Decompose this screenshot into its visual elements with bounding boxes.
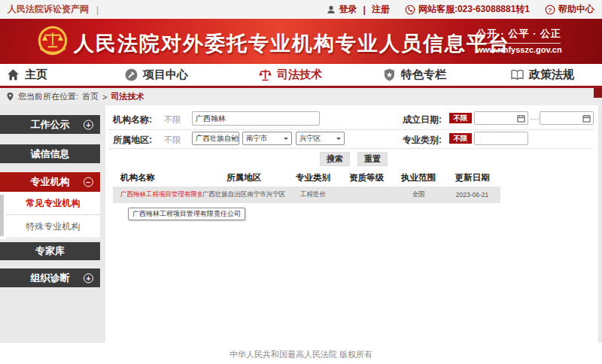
org-name-label: 机构名称:	[113, 114, 152, 126]
main-panel: 机构名称: 不限 成立日期: 不限 --- 所属地区: 不限 广西壮族自治 南宁…	[105, 105, 598, 343]
sidebar-item-professional-orgs[interactable]: 专业机构 −	[0, 172, 100, 192]
cell-updated: 2023-06-21	[444, 191, 500, 199]
nav-label: 政策法规	[529, 68, 574, 82]
reset-button[interactable]: 重置	[357, 152, 388, 166]
col-header-scope: 执业范围	[393, 172, 444, 184]
founded-date-label: 成立日期:	[403, 114, 442, 126]
topbar-divider: |	[96, 5, 99, 15]
search-button[interactable]: 搜索	[320, 152, 350, 166]
district-value: 兴宁区	[299, 134, 321, 142]
site-url: www.rmfysszc.gov.cn	[476, 45, 561, 54]
sidebar-item-integrity-info[interactable]: 诚信信息	[0, 144, 100, 163]
user-icon	[326, 5, 336, 15]
breadcrumb-home[interactable]: 首页	[82, 91, 99, 102]
col-header-org-name: 机构名称	[113, 172, 202, 184]
scales-icon	[258, 68, 272, 82]
topbar-right: 登录 | 注册 网站客服:023-63088881转1 ? 帮助中心	[326, 3, 594, 16]
cell-region: 广西壮族自治区南宁市兴宁区	[202, 190, 286, 199]
sidebar-item-org-diagnosis[interactable]: 组织诊断 +	[0, 268, 100, 287]
sidebar-item-label: 专业机构	[31, 172, 70, 192]
nav-item-project-center[interactable]: 项目中心	[124, 64, 188, 86]
sidebar-item-label: 诚信信息	[31, 144, 70, 163]
nav-item-policies[interactable]: 政策法规	[510, 64, 574, 86]
nav-label: 主页	[25, 68, 47, 82]
submenu-item-common-orgs[interactable]: 常见专业机构	[6, 192, 100, 215]
book-icon	[510, 68, 524, 82]
form-separator	[109, 129, 592, 130]
founded-to-input[interactable]	[540, 111, 594, 125]
district-select[interactable]: 兴宁区	[296, 132, 345, 145]
region-unlimited[interactable]: 不限	[164, 135, 181, 146]
service-hotline: 网站客服:023-63088881转1	[418, 3, 530, 16]
court-emblem-logo	[33, 22, 72, 61]
page: 人民法院诉讼资产网 | 登录 | 注册 网站客服:023-63088881转1 …	[0, 0, 602, 364]
breadcrumb-prefix: 您当前所在位置:	[18, 91, 78, 102]
col-header-updated: 更新日期	[444, 172, 500, 184]
date-range-separator: ---	[531, 115, 540, 123]
sidebar-item-label: 工作公示	[31, 115, 70, 134]
founded-unlimited-button[interactable]: 不限	[449, 113, 472, 123]
footer-copyright: 中华人民共和国最高人民法院 版权所有	[0, 343, 602, 364]
org-name-input[interactable]	[192, 111, 320, 126]
location-pin-icon	[6, 92, 14, 102]
sidebar-item-work-publicity[interactable]: 工作公示 +	[0, 115, 100, 134]
site-name[interactable]: 人民法院诉讼资产网	[8, 3, 89, 16]
help-icon: ?	[545, 5, 555, 15]
col-header-region: 所属地区	[202, 172, 286, 184]
col-header-level: 资质等级	[340, 172, 393, 184]
calendar-icon[interactable]	[582, 114, 591, 123]
cell-category: 工程造价	[286, 190, 340, 199]
help-group: ? 帮助中心	[545, 3, 594, 16]
calendar-icon[interactable]	[517, 114, 525, 123]
category-label: 专业类别:	[403, 134, 442, 147]
province-select[interactable]: 广西壮族自治	[192, 132, 239, 145]
nav-label: 司法技术	[277, 68, 322, 82]
city-value: 南宁市	[246, 134, 268, 142]
breadcrumb-current: 司法技术	[111, 91, 144, 102]
nav-item-featured[interactable]: 特色专栏	[382, 64, 446, 86]
region-label: 所属地区:	[113, 134, 152, 147]
register-link[interactable]: 注册	[372, 3, 390, 16]
nav-label: 项目中心	[143, 68, 188, 82]
founded-from-input[interactable]	[474, 111, 528, 125]
org-name-tooltip: 广西翰林工程项目管理有限责任公司	[128, 208, 245, 220]
home-icon	[6, 68, 20, 82]
plus-circle-icon[interactable]: +	[84, 120, 93, 129]
org-name-link[interactable]: 广西翰林工程项目管理有限责任...	[113, 190, 202, 199]
nav-item-home[interactable]: 主页	[6, 64, 47, 86]
submenu-item-special-orgs[interactable]: 特殊专业机构	[6, 215, 100, 238]
city-select[interactable]: 南宁市	[242, 132, 292, 145]
table-row: 广西翰林工程项目管理有限责任... 广西壮族自治区南宁市兴宁区 工程造价 全国 …	[113, 187, 500, 203]
province-value: 广西壮族自治	[196, 134, 239, 142]
nav-item-judicial-tech[interactable]: 司法技术	[258, 64, 322, 86]
slogan-divider	[476, 43, 561, 44]
cell-scope: 全国	[393, 190, 444, 199]
form-separator	[109, 148, 592, 149]
login-link[interactable]: 登录	[339, 3, 357, 16]
help-link[interactable]: 帮助中心	[558, 3, 594, 16]
col-header-category: 专业类别	[286, 172, 340, 184]
sidebar-item-label: 组织诊断	[31, 268, 70, 287]
results-table: 机构名称 所属地区 专业类别 资质等级 执业范围 更新日期 广西翰林工程项目管理…	[113, 169, 500, 203]
site-banner: 人民法院对外委托专业机构专业人员信息平台 公开 · 公平 · 公正 www.rm…	[0, 19, 602, 64]
category-unlimited-button[interactable]: 不限	[449, 133, 472, 144]
top-utility-bar: 人民法院诉讼资产网 | 登录 | 注册 网站客服:023-63088881转1 …	[0, 0, 602, 19]
table-header-row: 机构名称 所属地区 专业类别 资质等级 执业范围 更新日期	[113, 169, 500, 187]
banner-right-block: 公开 · 公平 · 公正 www.rmfysszc.gov.cn	[476, 27, 561, 54]
corner-decoration	[594, 88, 602, 98]
login-register-divider: |	[363, 5, 366, 15]
phone-icon	[405, 5, 415, 15]
platform-title: 人民法院对外委托专业机构专业人员信息平台	[74, 30, 510, 57]
category-input[interactable]	[474, 132, 528, 145]
sidebar-item-expert-library[interactable]: 专家库	[0, 242, 100, 260]
project-center-icon	[124, 68, 138, 82]
content-area: 工作公示 + 诚信信息 专业机构 − 常见专业机构 特殊专业机构 专家库 组织诊…	[0, 105, 602, 343]
sidebar-item-label: 专家库	[35, 242, 65, 260]
minus-circle-icon[interactable]: −	[84, 177, 93, 187]
slogan-text: 公开 · 公平 · 公正	[476, 27, 561, 41]
org-name-unlimited[interactable]: 不限	[164, 114, 181, 126]
badge-star-icon	[382, 68, 397, 82]
service-group: 网站客服:023-63088881转1	[405, 3, 530, 16]
plus-circle-icon[interactable]: +	[84, 273, 93, 283]
main-nav: 主页 项目中心 司法技术 特色专栏 政策法规	[0, 64, 602, 88]
